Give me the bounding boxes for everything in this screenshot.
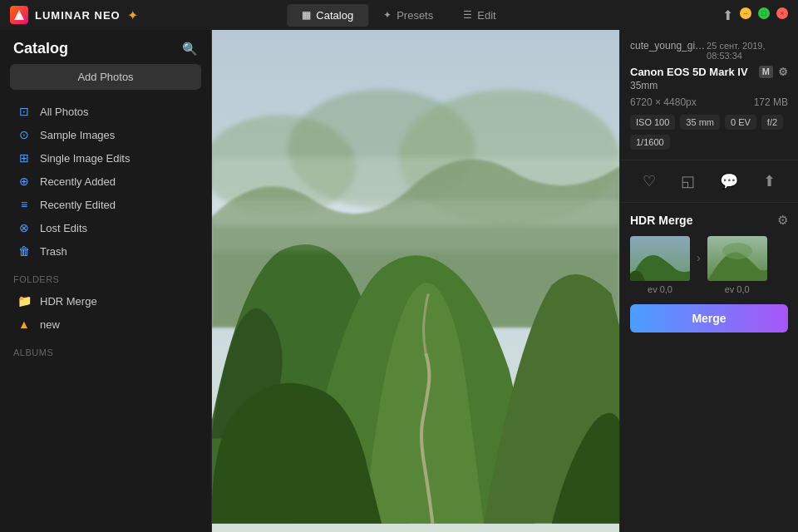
folders-section-label: Folders <box>0 263 211 289</box>
main-area: Catalog 🔍 Add Photos ⊡ All Photos ⊙ Samp… <box>0 30 798 532</box>
landscape-photo <box>212 30 619 532</box>
hdr-thumb-1[interactable] <box>630 236 690 281</box>
window-controls: ⬆ – □ × <box>722 7 788 23</box>
photo-meta-tags: ISO 100 35 mm 0 EV f/2 1/1600 <box>630 115 788 150</box>
new-folder-icon: ▲ <box>17 318 32 331</box>
single-image-icon: ⊞ <box>17 151 32 165</box>
close-button[interactable]: × <box>776 7 788 19</box>
hdr-arrow-icon: › <box>697 251 701 264</box>
meta-mm: 35 mm <box>680 115 720 130</box>
sidebar-item-label: Trash <box>40 245 67 258</box>
export-button[interactable]: ⬆ <box>722 7 733 23</box>
tab-catalog-label: Catalog <box>316 9 353 22</box>
camera-settings-icon[interactable]: ⚙ <box>778 66 788 78</box>
trash-icon: 🗑 <box>17 244 32 258</box>
sidebar-item-sample-images[interactable]: ⊙ Sample Images <box>3 124 208 145</box>
hdr-thumb-2-container: ev 0,0 <box>707 236 767 294</box>
svg-point-9 <box>722 243 752 259</box>
hdr-folder-icon: 📁 <box>17 294 32 308</box>
logo-icon <box>10 6 28 24</box>
comment-button[interactable]: 💬 <box>717 169 741 194</box>
photo-content-area[interactable] <box>212 30 619 532</box>
albums-section-label: Albums <box>0 336 211 362</box>
nav-tabs: ▦ Catalog ✦ Presets ☰ Edit <box>287 4 510 27</box>
sidebar-item-new[interactable]: ▲ new <box>3 313 208 335</box>
sidebar-item-trash[interactable]: 🗑 Trash <box>3 240 208 262</box>
photo-lens: 35mm <box>630 80 788 91</box>
meta-iso: ISO 100 <box>630 115 675 130</box>
meta-aperture: f/2 <box>761 115 783 130</box>
hdr-settings-button[interactable]: ⚙ <box>777 213 788 228</box>
photo-dimensions: 6720 × 4480px <box>630 96 697 108</box>
hdr-merge-panel: HDR Merge ⚙ <box>620 203 798 342</box>
sidebar-item-label: new <box>40 318 60 331</box>
merge-button[interactable]: Merge <box>630 304 788 332</box>
sidebar-item-lost-edits[interactable]: ⊗ Lost Edits <box>3 217 208 239</box>
titlebar: LUMINAR NEO ✦ ▦ Catalog ✦ Presets ☰ Edit… <box>0 0 798 30</box>
minimize-button[interactable]: – <box>740 7 751 19</box>
sidebar-item-recently-edited[interactable]: ≡ Recently Edited <box>3 194 208 215</box>
tab-presets[interactable]: ✦ Presets <box>368 4 448 27</box>
photo-camera-row: Canon EOS 5D Mark IV M ⚙ <box>630 66 788 78</box>
sidebar-title: Catalog <box>13 40 68 57</box>
hdr-thumb-2[interactable] <box>707 236 767 281</box>
sidebar-item-recently-added[interactable]: ⊕ Recently Added <box>3 170 208 192</box>
photo-dimensions-row: 6720 × 4480px 172 MB <box>630 96 788 108</box>
sidebar-item-label: Sample Images <box>40 129 115 141</box>
sidebar-item-label: All Photos <box>40 106 89 118</box>
sidebar-item-label: Lost Edits <box>40 222 87 234</box>
hdr-panel-header: HDR Merge ⚙ <box>630 213 788 228</box>
share-button[interactable]: ⬆ <box>760 169 779 194</box>
tab-catalog[interactable]: ▦ Catalog <box>287 4 368 27</box>
sidebar: Catalog 🔍 Add Photos ⊡ All Photos ⊙ Samp… <box>0 30 212 532</box>
sidebar-item-label: Recently Edited <box>40 199 116 211</box>
tab-edit[interactable]: ☰ Edit <box>448 4 510 27</box>
favorite-button[interactable]: ♡ <box>639 169 659 194</box>
meta-ev: 0 EV <box>725 115 756 130</box>
camera-m-badge: M <box>759 66 773 78</box>
meta-shutter: 1/1600 <box>630 135 670 150</box>
sidebar-item-all-photos[interactable]: ⊡ All Photos <box>3 101 208 122</box>
sidebar-header: Catalog 🔍 <box>0 30 211 64</box>
photo-view[interactable] <box>212 30 619 532</box>
svg-rect-6 <box>212 200 619 251</box>
logo-text: LUMINAR NEO <box>35 9 121 22</box>
sidebar-item-label: HDR Merge <box>40 295 97 308</box>
presets-icon: ✦ <box>383 9 392 21</box>
plugin-icon: ✦ <box>127 7 138 23</box>
hdr-thumb-1-container: ev 0,0 <box>630 236 690 294</box>
maximize-button[interactable]: □ <box>758 7 770 19</box>
hdr-thumb-2-label: ev 0,0 <box>725 284 750 294</box>
tab-presets-label: Presets <box>397 9 433 22</box>
hdr-title: HDR Merge <box>630 214 692 227</box>
lost-edits-icon: ⊗ <box>17 221 32 234</box>
catalog-icon: ▦ <box>302 9 311 21</box>
edit-icon: ☰ <box>463 9 472 21</box>
right-panel: cute_young_girl_w... 25 сент. 2019, 08:5… <box>619 30 798 532</box>
sidebar-item-label: Recently Added <box>40 175 116 188</box>
titlebar-left: LUMINAR NEO ✦ <box>10 6 138 24</box>
sidebar-item-single-image-edits[interactable]: ⊞ Single Image Edits <box>3 147 208 169</box>
photo-info: cute_young_girl_w... 25 сент. 2019, 08:5… <box>620 30 798 160</box>
recently-edited-icon: ≡ <box>17 198 32 211</box>
add-photos-button[interactable]: Add Photos <box>10 64 201 90</box>
search-icon[interactable]: 🔍 <box>182 42 198 57</box>
sample-images-icon: ⊙ <box>17 128 32 141</box>
hdr-thumb-1-label: ev 0,0 <box>648 284 672 294</box>
photo-filename: cute_young_girl_w... <box>630 40 707 52</box>
svg-marker-0 <box>14 10 24 20</box>
copy-button[interactable]: ◱ <box>677 169 698 194</box>
tab-edit-label: Edit <box>477 9 495 22</box>
recently-added-icon: ⊕ <box>17 175 32 188</box>
sidebar-item-hdr-merge[interactable]: 📁 HDR Merge <box>3 290 208 312</box>
photo-filesize: 172 MB <box>754 96 788 108</box>
photo-actions: ♡ ◱ 💬 ⬆ <box>620 160 798 203</box>
photo-date: 25 сент. 2019, 08:53:34 <box>707 41 788 61</box>
sidebar-item-label: Single Image Edits <box>40 152 130 165</box>
camera-icons: M ⚙ <box>759 66 788 78</box>
all-photos-icon: ⊡ <box>17 105 32 118</box>
hdr-thumbnails: ev 0,0 › <box>630 236 788 294</box>
camera-model: Canon EOS 5D Mark IV <box>630 66 748 78</box>
